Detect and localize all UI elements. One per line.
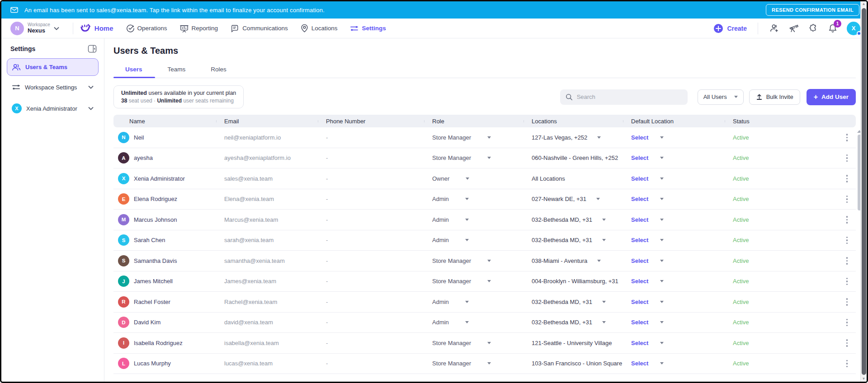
invite-user-button[interactable] — [764, 24, 784, 33]
nav-item-locations[interactable]: Locations — [301, 24, 338, 33]
row-actions-menu[interactable] — [846, 278, 848, 285]
locations-cell[interactable]: 060-Nashville - Green Hills, +252 — [524, 154, 623, 161]
add-user-button[interactable]: + Add User — [807, 89, 856, 105]
default-location-dropdown[interactable]: Select — [623, 299, 725, 305]
row-actions-menu[interactable] — [846, 257, 848, 265]
sidebar-item-xenia-administrator[interactable]: XXenia Administrator — [7, 98, 99, 118]
workspace-switcher[interactable]: N Workspace Nexus — [10, 22, 66, 35]
user-name-cell[interactable]: RRachel Foster — [113, 296, 216, 308]
page-scrollbar-thumb[interactable] — [862, 8, 866, 375]
status-badge: Active — [725, 216, 817, 223]
role-dropdown[interactable]: Admin — [424, 299, 524, 305]
role-value: Store Manager — [432, 278, 471, 285]
create-button[interactable]: Create — [709, 23, 751, 33]
default-location-dropdown[interactable]: Select — [623, 175, 725, 182]
search-input[interactable] — [577, 93, 682, 100]
role-dropdown[interactable]: Store Manager — [424, 154, 524, 161]
role-dropdown[interactable]: Owner — [424, 175, 524, 182]
role-dropdown[interactable]: Store Manager — [424, 360, 524, 367]
role-dropdown[interactable]: Admin — [424, 319, 524, 326]
default-location-dropdown[interactable]: Select — [623, 319, 725, 326]
locations-cell[interactable]: 032-Bethesda MD, +31 — [524, 237, 623, 243]
chevron-down-icon — [88, 107, 94, 110]
role-dropdown[interactable]: Admin — [424, 216, 524, 223]
role-dropdown[interactable]: Admin — [424, 237, 524, 243]
row-actions-menu[interactable] — [846, 175, 848, 182]
search-box — [560, 89, 688, 105]
role-dropdown[interactable]: Store Manager — [424, 257, 524, 264]
locations-cell[interactable]: 032-Bethesda MD, +31 — [524, 299, 623, 305]
user-name-cell[interactable]: XXenia Administrator — [113, 173, 216, 184]
status-badge: Active — [725, 196, 817, 202]
row-actions-menu[interactable] — [846, 237, 848, 244]
user-name-cell[interactable]: LLucas Murphy — [113, 358, 216, 369]
row-actions-menu[interactable] — [846, 196, 848, 203]
user-name-cell[interactable]: DDavid Kim — [113, 317, 216, 328]
row-actions-menu[interactable] — [846, 154, 848, 162]
page-scrollbar[interactable]: ▲ ▼ — [860, 1, 867, 382]
user-name-cell[interactable]: IIsabella Rodriguez — [113, 337, 216, 349]
row-actions-menu[interactable] — [846, 360, 848, 368]
whats-new-button[interactable] — [784, 24, 804, 33]
locations-cell[interactable]: 127-Las Vegas, +252 — [524, 134, 623, 141]
sidebar-item-workspace-settings[interactable]: Workspace Settings — [7, 79, 99, 96]
chevron-down-icon — [660, 177, 664, 180]
user-name-cell[interactable]: EElena Rodriguez — [113, 193, 216, 205]
user-name-cell[interactable]: Aayesha — [113, 152, 216, 163]
role-dropdown[interactable]: Store Manager — [424, 340, 524, 346]
nav-item-reporting[interactable]: Reporting — [180, 24, 218, 33]
user-name-cell[interactable]: NNeil — [113, 132, 216, 143]
user-name-cell[interactable]: SSamantha Davis — [113, 255, 216, 266]
row-actions-menu[interactable] — [846, 319, 848, 327]
locations-cell[interactable]: 038-Miami - Aventura — [524, 257, 623, 264]
role-dropdown[interactable]: Admin — [424, 196, 524, 202]
collapse-sidebar-icon[interactable] — [88, 45, 97, 53]
resend-confirmation-button[interactable]: RESEND CONFIRMATION EMAIL — [766, 4, 859, 16]
user-name-cell[interactable]: SSarah Chen — [113, 234, 216, 246]
locations-cell[interactable]: All Locations — [524, 175, 623, 182]
user-name: ayesha — [134, 154, 153, 161]
tab-roles[interactable]: Roles — [198, 62, 239, 78]
notifications-button[interactable]: 1 — [823, 23, 842, 33]
nav-item-communications[interactable]: Communications — [231, 24, 288, 33]
tab-teams[interactable]: Teams — [155, 62, 198, 78]
default-location-dropdown[interactable]: Select — [623, 257, 725, 264]
role-dropdown[interactable]: Store Manager — [424, 134, 524, 141]
default-location-dropdown[interactable]: Select — [623, 196, 725, 202]
default-location-dropdown[interactable]: Select — [623, 154, 725, 161]
scroll-up-icon[interactable]: ▲ — [862, 1, 866, 7]
status-badge: Active — [725, 134, 817, 141]
locations-cell[interactable]: 004-Brooklyn - Williamsburg, +31 — [524, 278, 623, 285]
profile-avatar[interactable]: X — [847, 22, 860, 35]
row-actions-menu[interactable] — [846, 339, 848, 347]
role-dropdown[interactable]: Store Manager — [424, 278, 524, 285]
integrations-button[interactable] — [804, 23, 823, 33]
default-location-dropdown[interactable]: Select — [623, 340, 725, 346]
default-location-value: Select — [631, 154, 648, 161]
default-location-dropdown[interactable]: Select — [623, 278, 725, 285]
nav-item-settings[interactable]: Settings — [350, 25, 386, 32]
sidebar-item-users-teams[interactable]: Users & Teams — [7, 58, 99, 76]
locations-cell[interactable]: 027-Newark DE, +31 — [524, 196, 623, 202]
user-filter-dropdown[interactable]: All Users — [698, 89, 744, 105]
nav-item-home[interactable]: Home — [80, 24, 113, 33]
bulk-invite-button[interactable]: Bulk Invite — [749, 89, 800, 105]
user-name-cell[interactable]: JJames Mitchell — [113, 276, 216, 287]
user-name-cell[interactable]: MMarcus Johnson — [113, 214, 216, 225]
locations-cell[interactable]: 103-San Francisco - Union Square — [524, 360, 623, 367]
tab-users[interactable]: Users — [113, 62, 155, 78]
row-actions-menu[interactable] — [846, 298, 848, 306]
row-actions-menu[interactable] — [846, 216, 848, 224]
location-value: 032-Bethesda MD, +31 — [532, 216, 592, 223]
default-location-dropdown[interactable]: Select — [623, 237, 725, 243]
default-location-dropdown[interactable]: Select — [623, 216, 725, 223]
default-location-dropdown[interactable]: Select — [623, 134, 725, 141]
row-actions-menu[interactable] — [846, 134, 848, 141]
locations-cell[interactable]: 121-Seattle - University Village — [524, 340, 623, 346]
locations-cell[interactable]: 032-Bethesda MD, +31 — [524, 216, 623, 223]
default-location-dropdown[interactable]: Select — [623, 360, 725, 367]
nav-item-operations[interactable]: Operations — [126, 24, 167, 33]
scroll-down-icon[interactable]: ▼ — [862, 376, 866, 382]
locations-cell[interactable]: 032-Bethesda MD, +31 — [524, 319, 623, 326]
location-value: 027-Newark DE, +31 — [532, 196, 586, 202]
